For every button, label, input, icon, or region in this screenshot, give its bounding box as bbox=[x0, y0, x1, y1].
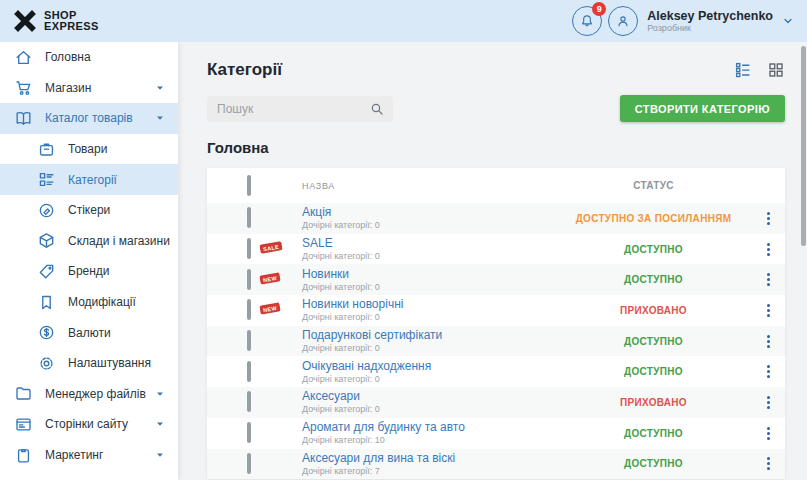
page-title: Категорії bbox=[207, 60, 282, 80]
status-badge: ДОСТУПНО ЗА ПОСИЛАННЯМ bbox=[556, 213, 751, 224]
categories-table: НАЗВА СТАТУС Акція Дочірні категорії: 0 … bbox=[207, 168, 785, 479]
sidebar-item-warehouses[interactable]: Склади і магазини bbox=[0, 226, 178, 257]
children-count-label: Дочірні категорії: 0 bbox=[302, 220, 556, 230]
sidebar: Головна Магазин Каталог товарів Товари К… bbox=[0, 42, 178, 480]
table-row: NEW Новинки Дочірні категорії: 0 ДОСТУПН… bbox=[207, 264, 785, 295]
sidebar-item-label: Менеджер файлів bbox=[45, 387, 146, 401]
sidebar-item-marketing[interactable]: Маркетинг bbox=[0, 440, 178, 471]
modifications-icon bbox=[37, 293, 56, 312]
category-name-link[interactable]: Аксесуари bbox=[302, 390, 556, 403]
row-menu-icon[interactable] bbox=[751, 365, 785, 378]
category-name-link[interactable]: Аромати для будинку та авто bbox=[302, 421, 556, 434]
category-name-link[interactable]: Подарункові сертифікати bbox=[302, 329, 556, 342]
sidebar-item-brands[interactable]: Бренди bbox=[0, 256, 178, 287]
section-title: Головна bbox=[207, 139, 785, 156]
create-category-button[interactable]: СТВОРИТИ КАТЕГОРІЮ bbox=[620, 95, 785, 122]
sidebar-item-pages[interactable]: Сторінки сайту bbox=[0, 409, 178, 440]
topbar: SHOP EXPRESS 9 Aleksey Petrychenko Розро… bbox=[0, 0, 807, 42]
logo-x-icon bbox=[13, 9, 37, 33]
settings-icon bbox=[37, 354, 56, 373]
sidebar-item-label: Бренди bbox=[68, 264, 110, 278]
category-name-link[interactable]: Очікувані надходження bbox=[302, 360, 556, 373]
row-menu-icon[interactable] bbox=[751, 212, 785, 225]
logo[interactable]: SHOP EXPRESS bbox=[13, 9, 99, 33]
table-header: НАЗВА СТАТУС bbox=[207, 168, 785, 203]
row-menu-icon[interactable] bbox=[751, 243, 785, 256]
list-view-icon[interactable] bbox=[734, 61, 752, 79]
row-menu-icon[interactable] bbox=[751, 457, 785, 470]
user-role: Розробник bbox=[647, 23, 773, 34]
sidebar-item-currencies[interactable]: Валюти bbox=[0, 317, 178, 348]
row-checkbox[interactable] bbox=[247, 238, 251, 259]
row-menu-icon[interactable] bbox=[751, 273, 785, 286]
row-checkbox[interactable] bbox=[247, 453, 251, 474]
notification-badge: 9 bbox=[592, 2, 606, 16]
sidebar-item-settings[interactable]: Налаштування bbox=[0, 348, 178, 379]
row-menu-icon[interactable] bbox=[751, 396, 785, 409]
sidebar-item-label: Магазин bbox=[45, 81, 91, 95]
children-count-label: Дочірні категорії: 10 bbox=[302, 435, 556, 445]
sidebar-item-catalog[interactable]: Каталог товарів bbox=[0, 103, 178, 134]
stickers-icon bbox=[37, 201, 56, 220]
status-badge: ДОСТУПНО bbox=[556, 274, 751, 285]
topbar-right: 9 Aleksey Petrychenko Розробник bbox=[566, 6, 794, 36]
sidebar-item-label: Головна bbox=[45, 50, 91, 64]
children-count-label: Дочірні категорії: 0 bbox=[302, 312, 556, 322]
table-row: Очікувані надходження Дочірні категорії:… bbox=[207, 356, 785, 387]
chevron-down-icon[interactable] bbox=[782, 15, 794, 27]
sidebar-item-categories[interactable]: Категорії bbox=[0, 164, 178, 195]
sidebar-item-stickers[interactable]: Стікери bbox=[0, 195, 178, 226]
table-row: Аксесуари для вина та віскі Дочірні кате… bbox=[207, 449, 785, 480]
row-menu-icon[interactable] bbox=[751, 304, 785, 317]
row-menu-icon[interactable] bbox=[751, 427, 785, 440]
chevron-down-icon bbox=[155, 389, 165, 399]
warehouse-icon bbox=[37, 231, 56, 250]
sidebar-item-home[interactable]: Головна bbox=[0, 42, 178, 73]
status-badge: ДОСТУПНО bbox=[556, 458, 751, 469]
person-icon bbox=[615, 13, 631, 29]
row-checkbox[interactable] bbox=[247, 361, 251, 382]
chevron-down-icon bbox=[155, 83, 165, 93]
table-row: NEW Новинки новорічні Дочірні категорії:… bbox=[207, 295, 785, 326]
sidebar-item-modifications[interactable]: Модифікації bbox=[0, 287, 178, 318]
row-checkbox[interactable] bbox=[247, 299, 251, 320]
avatar[interactable] bbox=[608, 6, 638, 36]
user-menu[interactable]: Aleksey Petrychenko Розробник bbox=[647, 9, 773, 34]
grid-view-icon[interactable] bbox=[767, 61, 785, 79]
files-icon bbox=[14, 384, 33, 403]
sidebar-item-label: Маркетинг bbox=[45, 448, 103, 462]
table-body: Акція Дочірні категорії: 0 ДОСТУПНО ЗА П… bbox=[207, 203, 785, 479]
category-name-link[interactable]: Аксесуари для вина та віскі bbox=[302, 452, 556, 465]
category-name-link[interactable]: SALE bbox=[302, 237, 556, 250]
notifications-button[interactable]: 9 bbox=[572, 6, 602, 36]
sidebar-item-shop[interactable]: Магазин bbox=[0, 73, 178, 104]
row-checkbox[interactable] bbox=[247, 207, 251, 228]
name-column-header: НАЗВА bbox=[302, 181, 556, 191]
row-checkbox[interactable] bbox=[247, 330, 251, 351]
chevron-down-icon bbox=[155, 113, 165, 123]
category-name-link[interactable]: Новинки новорічні bbox=[302, 298, 556, 311]
chevron-down-icon bbox=[155, 419, 165, 429]
sidebar-item-products[interactable]: Товари bbox=[0, 134, 178, 165]
chevron-down-icon bbox=[155, 450, 165, 460]
sidebar-item-label: Налаштування bbox=[68, 356, 151, 370]
row-checkbox[interactable] bbox=[247, 422, 251, 443]
scrollbar[interactable] bbox=[801, 46, 806, 246]
pages-icon bbox=[14, 415, 33, 434]
bell-icon bbox=[579, 13, 595, 29]
table-row: Аксесуари Дочірні категорії: 0 ПРИХОВАНО bbox=[207, 387, 785, 418]
row-checkbox[interactable] bbox=[247, 391, 251, 412]
sidebar-item-files[interactable]: Менеджер файлів bbox=[0, 379, 178, 410]
view-toggles bbox=[734, 61, 785, 79]
search-box bbox=[207, 96, 393, 122]
select-all-checkbox[interactable] bbox=[247, 175, 251, 196]
search-input[interactable] bbox=[207, 96, 393, 122]
sidebar-item-label: Стікери bbox=[68, 203, 110, 217]
marketing-icon bbox=[14, 446, 33, 465]
row-checkbox[interactable] bbox=[247, 269, 251, 290]
row-menu-icon[interactable] bbox=[751, 335, 785, 348]
main-content: Категорії С bbox=[178, 42, 807, 480]
search-icon bbox=[369, 101, 385, 117]
category-name-link[interactable]: Новинки bbox=[302, 268, 556, 281]
category-name-link[interactable]: Акція bbox=[302, 206, 556, 219]
